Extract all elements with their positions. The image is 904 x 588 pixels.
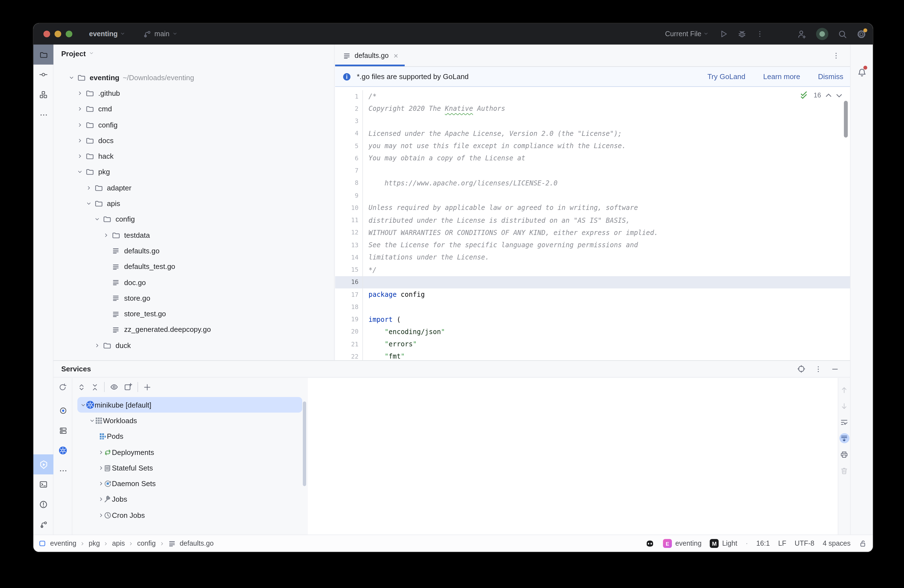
code-line-11[interactable]: 11distributed under the License is distr… [335,214,850,227]
tree-item-daemon-sets[interactable]: Daemon Sets [73,476,302,492]
soft-wrap-icon[interactable] [839,417,849,427]
code-editor[interactable]: 1/*2Copyright 2020 The Knative Authors34… [335,87,850,360]
code-line-8[interactable]: 8 https://www.apache.org/licenses/LICENS… [335,177,850,190]
chevron-closed-icon[interactable] [98,481,104,486]
project-widget[interactable]: eventing [89,30,126,38]
tree-item-config[interactable]: config [54,211,334,227]
chevron-closed-icon[interactable] [98,512,104,518]
sidebar-item-more-tools[interactable] [33,105,54,125]
code-line-7[interactable]: 7 [335,164,850,177]
chevron-open-icon[interactable] [90,418,95,423]
code-line-1[interactable]: 1/* [335,90,850,103]
code-line-22[interactable]: 22 "fmt" [335,351,850,360]
code-line-9[interactable]: 9 [335,189,850,202]
learn-more-link[interactable]: Learn more [763,73,800,81]
chevron-closed-icon[interactable] [76,122,84,127]
indent-setting[interactable]: 4 spaces [823,539,850,547]
tree-item-config[interactable]: config [54,117,334,133]
minimize-window-button[interactable] [55,31,61,37]
chevron-open-icon[interactable] [76,169,84,175]
inspection-widget[interactable]: 16 [800,91,842,99]
zoom-window-button[interactable] [66,31,73,37]
chevron-closed-icon[interactable] [84,185,93,190]
chevron-closed-icon[interactable] [98,466,104,471]
run-configuration-selector[interactable]: Current File [665,30,710,38]
branch-widget[interactable]: main [143,30,179,38]
tree-item-duck[interactable]: duck [54,337,334,353]
chevron-closed-icon[interactable] [98,497,104,502]
sidebar-item-version-control[interactable] [33,514,54,534]
tree-item-pods[interactable]: Pods [73,428,302,444]
breadcrumb-item[interactable]: config [137,539,156,547]
search-everywhere-icon[interactable] [838,29,847,39]
breadcrumb-item[interactable]: apis [112,539,125,547]
code-line-13[interactable]: 13See the License for the specific langu… [335,239,850,251]
services-panel-title[interactable]: Services [61,365,91,373]
tree-item-workloads[interactable]: Workloads [73,413,302,429]
chevron-open-icon[interactable] [81,402,86,407]
chevron-closed-icon[interactable] [76,91,84,96]
avatar[interactable] [816,28,828,40]
tab-options-icon[interactable] [832,44,840,66]
chevron-open-icon[interactable] [67,75,76,80]
tree-item-cmd[interactable]: cmd [54,101,334,117]
newtab-icon[interactable] [123,383,133,392]
run-icon[interactable] [719,30,728,38]
previous-occurrence-icon[interactable] [839,385,849,395]
tree-item-testdata[interactable]: testdata [54,227,334,243]
chevron-closed-icon[interactable] [76,106,84,111]
caret-position[interactable]: 16:1 [756,539,770,547]
chevron-closed-icon[interactable] [76,154,84,159]
project-panel-title[interactable]: Project [61,49,86,58]
tab-defaults-go[interactable]: defaults.go × [335,44,405,66]
breadcrumb-item[interactable]: eventing [50,539,77,547]
code-line-17[interactable]: 17package config [335,288,850,301]
tree-item-doc-go[interactable]: doc.go [54,275,334,290]
chevron-closed-icon[interactable] [93,343,101,348]
sidebar-item-services[interactable] [33,454,54,474]
expandall-icon[interactable] [77,383,86,391]
clear-icon[interactable] [839,466,849,476]
tree-item-jobs[interactable]: Jobs [73,492,302,507]
code-line-12[interactable]: 12WITHOUT WARRANTIES OR CONDITIONS OF AN… [335,227,850,239]
code-line-10[interactable]: 10Unless required by applicable law or a… [335,202,850,214]
tree-item-hack[interactable]: hack [54,149,334,164]
try-goland-link[interactable]: Try GoLand [708,73,745,81]
tree-item-store-go[interactable]: store.go [54,290,334,306]
print-icon[interactable] [839,449,849,459]
tree-item-apis[interactable]: apis [54,196,334,212]
next-problem-icon[interactable] [836,93,842,97]
tree-item-cron-jobs[interactable]: Cron Jobs [73,507,302,523]
code-line-6[interactable]: 6You may obtain a copy of the License at [335,152,850,165]
tree-item-zz-generated-deepcopy-go[interactable]: zz_generated.deepcopy.go [54,322,334,338]
sidebar-item-problems[interactable] [33,495,54,514]
more-actions-icon[interactable] [756,30,764,38]
options-icon[interactable] [814,365,822,373]
chevron-open-icon[interactable] [84,201,93,206]
breadcrumb-item[interactable]: pkg [89,539,100,547]
tree-item-deployments[interactable]: Deployments [73,444,302,460]
tree-item-pkg[interactable]: pkg [54,164,334,180]
chevron-open-icon[interactable] [93,217,101,222]
code-line-16[interactable]: 16 [335,276,850,289]
dismiss-link[interactable]: Dismiss [818,73,843,81]
code-line-5[interactable]: 5you may not use this file except in com… [335,140,850,152]
breadcrumb-item[interactable]: defaults.go [180,539,213,547]
eye-icon[interactable] [110,383,119,392]
settings-gear-icon[interactable] [857,29,866,39]
collapseall-icon[interactable] [91,383,99,391]
copilot-icon[interactable] [645,539,654,548]
debug-icon[interactable] [738,30,746,38]
profile-widget[interactable]: E eventing [663,539,702,548]
services-tree-scrollbar[interactable] [303,401,306,486]
close-tab-icon[interactable]: × [394,51,398,60]
code-line-14[interactable]: 14limitations under the License. [335,251,850,264]
file-encoding[interactable]: UTF-8 [795,539,814,547]
code-with-me-icon[interactable] [797,29,807,39]
prev-problem-icon[interactable] [825,93,831,97]
hide-panel-icon[interactable] [831,365,839,373]
chevron-closed-icon[interactable] [98,450,104,455]
tree-item--github[interactable]: .github [54,85,334,101]
notifications-bell-icon[interactable] [850,62,873,82]
scroll-to-end-icon[interactable] [839,433,849,443]
